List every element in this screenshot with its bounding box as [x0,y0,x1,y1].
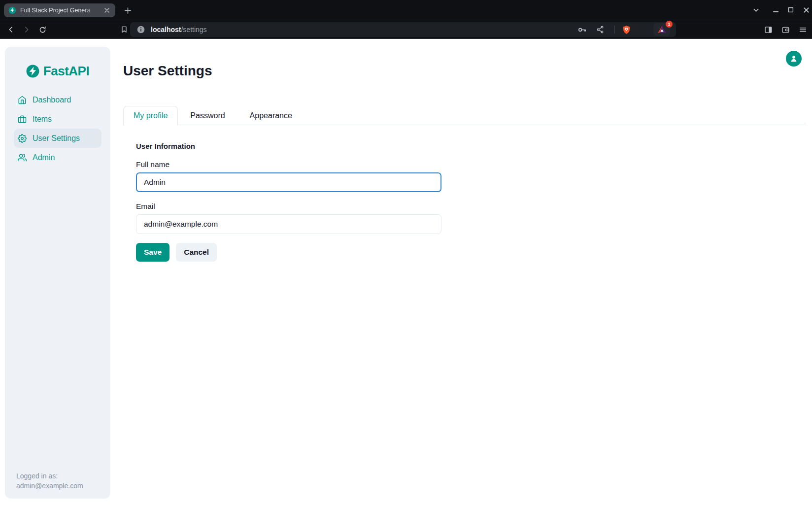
email-label: Email [136,202,441,211]
browser-tab[interactable]: Full Stack Project Genera [4,3,115,17]
tab-title: Full Stack Project Genera [20,7,99,14]
url-path: /settings [181,26,206,34]
sidebar-item-label: User Settings [33,134,80,143]
fastapi-logo-icon [26,65,39,78]
sidebar-item-dashboard[interactable]: Dashboard [14,90,102,109]
users-icon [18,153,27,162]
forward-button[interactable] [20,23,34,36]
logged-in-label: Logged in as: [16,471,83,481]
site-info-icon[interactable] [137,26,145,35]
toolbar-divider [614,26,615,34]
sidebar-panel-icon[interactable] [761,23,775,36]
tab-appearance[interactable]: Appearance [237,106,304,125]
url-text[interactable]: localhost/settings [151,22,207,37]
wallet-icon[interactable] [778,23,792,36]
full-name-input[interactable] [136,172,441,192]
sidebar-item-admin[interactable]: Admin [14,148,102,167]
brand-name: FastAPI [43,64,89,79]
user-avatar-button[interactable] [786,51,802,67]
user-icon [789,54,799,64]
email-input[interactable] [136,214,441,234]
share-icon[interactable] [596,25,605,34]
sidebar-item-label: Admin [33,153,55,162]
app-sidebar: FastAPI Dashboard Items User Settings [5,47,110,499]
menu-icon[interactable] [796,23,810,36]
titlebar: Full Stack Project Genera [0,0,812,20]
reload-button[interactable] [35,23,49,36]
sidebar-item-label: Items [33,115,52,124]
browser-toolbar: localhost/settings 1 [0,20,812,39]
close-window-button[interactable] [801,5,811,15]
url-host: localhost [151,26,181,34]
user-information-form: User Information Full name Email Save Ca… [136,142,441,262]
browser-chrome: Full Stack Project Genera [0,0,812,39]
brave-shield-icon[interactable] [621,25,632,35]
fastapi-favicon-icon [8,6,16,14]
rewards-badge: 1 [666,21,673,28]
full-name-label: Full name [136,160,441,169]
tab-close-icon[interactable] [103,6,111,14]
bookmark-icon[interactable] [117,23,131,36]
browser-window: Full Stack Project Genera [0,0,812,505]
cancel-button[interactable]: Cancel [176,243,217,262]
save-button[interactable]: Save [136,243,169,262]
brave-rewards-icon [657,25,667,34]
back-button[interactable] [4,23,18,36]
sidebar-nav: Dashboard Items User Settings Admin [14,90,102,167]
minimize-button[interactable] [771,5,780,15]
section-title: User Information [136,142,441,150]
maximize-button[interactable] [786,5,796,15]
sidebar-item-label: Dashboard [33,96,71,104]
tab-search-icon[interactable] [751,5,761,15]
tab-password[interactable]: Password [178,106,237,125]
url-bar[interactable]: localhost/settings 1 [130,22,676,37]
briefcase-icon [18,115,27,124]
brave-rewards-button[interactable]: 1 [653,23,670,36]
form-actions: Save Cancel [136,243,441,262]
fastapi-logo: FastAPI [5,64,110,79]
key-icon[interactable] [577,25,587,34]
tab-my-profile[interactable]: My profile [123,106,178,126]
logged-in-email: admin@example.com [16,481,83,491]
new-tab-button[interactable] [121,4,134,17]
sidebar-item-user-settings[interactable]: User Settings [14,129,102,148]
settings-tabs: My profile Password Appearance [123,106,304,125]
gear-icon [18,134,27,143]
logged-in-info: Logged in as: admin@example.com [16,471,83,491]
home-icon [18,96,27,104]
page-title: User Settings [123,63,212,79]
sidebar-item-items[interactable]: Items [14,109,102,129]
